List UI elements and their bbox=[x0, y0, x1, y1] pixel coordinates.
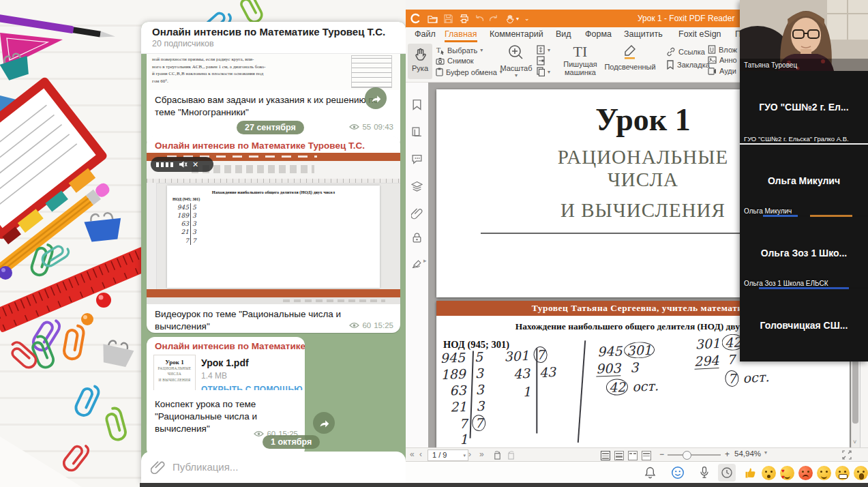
pdf-filename[interactable]: Урок 1.pdf bbox=[201, 357, 249, 368]
emoji-partying[interactable] bbox=[817, 466, 831, 480]
layers-panel-icon[interactable] bbox=[411, 181, 423, 192]
telegram-window: Онлайн интенсив по Математике Туровец Т.… bbox=[141, 22, 406, 483]
comments-panel-icon[interactable] bbox=[411, 153, 423, 165]
menu-form[interactable]: Форма bbox=[585, 29, 612, 39]
clipboard-button[interactable]: Буфер обмена▾ bbox=[436, 68, 503, 76]
undo-icon[interactable] bbox=[475, 14, 484, 23]
share-button[interactable] bbox=[365, 87, 387, 109]
last-page-button[interactable]: » bbox=[479, 449, 484, 459]
redo-icon[interactable] bbox=[489, 14, 498, 23]
message-video[interactable]: Онлайн интенсив по Математике Туровец Т.… bbox=[147, 136, 400, 333]
emoji-thumbs-up[interactable] bbox=[743, 466, 758, 480]
fit-width-icon bbox=[537, 56, 545, 65]
highlight-button[interactable]: Подсвеченный bbox=[601, 44, 659, 71]
bookmark-button[interactable]: Закладка bbox=[666, 60, 710, 70]
page-box-caret[interactable]: ▾ bbox=[463, 450, 466, 460]
zoom-in-button[interactable]: + bbox=[725, 449, 730, 459]
participant-tile[interactable]: Ольга Микулич Ольга Микулич bbox=[740, 145, 868, 217]
participant-tile-video[interactable]: Татьяна Туровец bbox=[740, 0, 868, 71]
ppt-status-smudge bbox=[283, 299, 385, 302]
fullscreen-icon[interactable] bbox=[842, 450, 852, 460]
message-input-bar[interactable] bbox=[141, 452, 406, 483]
zoom-percentage[interactable]: 54,94% bbox=[734, 449, 761, 458]
rotate-left-icon[interactable] bbox=[493, 451, 502, 460]
attach-file-button[interactable]: Влож bbox=[708, 45, 737, 54]
share-button[interactable] bbox=[313, 412, 335, 434]
ppt-statusbar bbox=[147, 297, 400, 304]
attach-paperclip-icon[interactable] bbox=[151, 460, 166, 475]
facing-view-icon[interactable] bbox=[628, 451, 638, 460]
participant-tile[interactable]: Ольга Зоз 1 Шко... Ольга Зоз 1 Школа ЕЛЬ… bbox=[740, 217, 868, 289]
pages-panel-icon[interactable] bbox=[411, 126, 423, 138]
emoji-kissing-heart[interactable] bbox=[762, 466, 776, 480]
page-number-box[interactable]: 1 / 9▾ bbox=[428, 449, 468, 461]
menu-file[interactable]: Файл bbox=[415, 29, 436, 39]
menu-protect[interactable]: Защитить bbox=[624, 29, 663, 39]
video-thumbnail[interactable]: Нахождение наибольшего общего делителя (… bbox=[147, 153, 400, 304]
zoom-tool-button[interactable]: Масштаб ▾ bbox=[498, 44, 534, 78]
svg-text:T: T bbox=[436, 46, 441, 54]
rotate-right-icon[interactable] bbox=[507, 451, 515, 460]
emoji-keyboard-icon[interactable] bbox=[670, 465, 685, 480]
message-tasks[interactable]: ной поверхности призмы, если радиус круг… bbox=[147, 53, 400, 149]
zoom-slider-track[interactable] bbox=[668, 454, 721, 456]
emoji-grimacing[interactable] bbox=[835, 466, 850, 480]
video-player-controls[interactable]: ✕ bbox=[151, 157, 213, 172]
microphone-icon[interactable] bbox=[698, 465, 711, 479]
zoom-slider-knob[interactable] bbox=[683, 451, 691, 460]
menu-foxit-esign[interactable]: Foxit eSign bbox=[678, 29, 721, 39]
fit-page-button[interactable]: ▾ bbox=[537, 45, 550, 55]
menu-comment[interactable]: Комментарий bbox=[490, 29, 543, 39]
hand-tool-button[interactable]: Рука bbox=[408, 44, 432, 79]
save-icon[interactable] bbox=[444, 14, 453, 23]
single-page-view-icon[interactable] bbox=[601, 451, 610, 460]
annotation-button[interactable]: Анно bbox=[708, 56, 737, 64]
next-page-button[interactable]: › bbox=[468, 449, 471, 459]
clipboard-label: Буфер обмена bbox=[446, 68, 497, 76]
facing-continuous-view-icon[interactable] bbox=[642, 451, 651, 460]
open-folder-icon[interactable] bbox=[428, 14, 438, 23]
emoji-heart-eyes[interactable] bbox=[780, 466, 794, 480]
hand-tool-quick-icon[interactable] bbox=[505, 14, 515, 24]
channel-name[interactable]: Онлайн интенсив по Математике Ту... bbox=[147, 337, 305, 353]
participant-big-name: Ольга Зоз 1 Шко... bbox=[740, 248, 868, 259]
clipboard-icon bbox=[436, 68, 443, 76]
first-page-button[interactable]: « bbox=[410, 449, 415, 459]
zoom-caret[interactable]: ▾ bbox=[498, 72, 534, 78]
link-button[interactable]: Ссылка bbox=[666, 47, 705, 57]
publication-input[interactable] bbox=[171, 460, 378, 473]
channel-name[interactable]: Онлайн интенсив по Математике Туровец Т.… bbox=[147, 136, 400, 152]
close-player-icon[interactable]: ✕ bbox=[192, 161, 198, 168]
hand-tool-dropdown-caret[interactable]: ▾ bbox=[516, 16, 519, 22]
attachments-panel-icon[interactable] bbox=[411, 208, 423, 220]
typewriter-button[interactable]: TI Пишущая машинка bbox=[561, 44, 599, 76]
security-panel-icon[interactable] bbox=[411, 232, 423, 244]
fit-visible-button[interactable]: ▾ bbox=[537, 67, 550, 76]
select-tool-button[interactable]: T Выбрать▾ bbox=[436, 46, 483, 55]
prev-page-button[interactable]: ‹ bbox=[419, 449, 422, 459]
menu-home[interactable]: Главная bbox=[445, 29, 477, 42]
zoom-out-button[interactable]: − bbox=[659, 449, 664, 459]
task-photo[interactable]: ной поверхности призмы, если радиус круг… bbox=[147, 53, 400, 90]
customize-toolbar-caret[interactable]: ⌄ bbox=[524, 15, 530, 22]
menu-view[interactable]: Вид bbox=[556, 29, 571, 39]
emoji-angry[interactable] bbox=[798, 466, 813, 480]
recent-emoji-tab[interactable] bbox=[718, 464, 736, 482]
print-icon[interactable] bbox=[459, 14, 469, 23]
snapshot-button[interactable]: Снимок bbox=[436, 57, 474, 65]
participant-tile[interactable]: Головчицкая СШ... bbox=[740, 289, 868, 361]
notification-bell-icon[interactable] bbox=[643, 465, 657, 479]
emoji-astonished[interactable] bbox=[854, 466, 868, 480]
fit-width-button[interactable] bbox=[537, 56, 545, 65]
participant-tile[interactable]: ГУО "СШ№2 г. Ел... ГУО "СШ№2 г. Ельска" … bbox=[740, 71, 868, 145]
signature-panel-icon[interactable] bbox=[411, 259, 423, 270]
bookmarks-panel-icon[interactable] bbox=[411, 99, 423, 110]
audio-video-button[interactable]: Ауди bbox=[708, 67, 736, 75]
continuous-view-icon[interactable] bbox=[614, 451, 624, 460]
sidebar-expander-arrow[interactable]: ▸ bbox=[423, 257, 427, 264]
mute-speaker-icon[interactable] bbox=[179, 160, 188, 168]
scroll-down-arrow[interactable]: ˅ bbox=[853, 439, 856, 445]
slide-nod-label: НОД (945; 301) bbox=[173, 197, 380, 201]
zoom-percent-caret[interactable]: ▾ bbox=[764, 449, 767, 456]
telegram-channel-header[interactable]: Онлайн интенсив по Математике Туровец Т.… bbox=[141, 22, 406, 54]
